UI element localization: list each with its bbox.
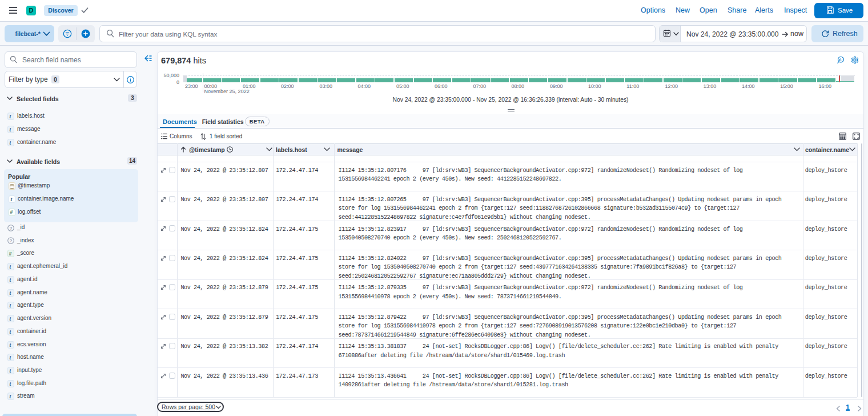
svg-text:?: ? [10,225,13,230]
svg-text:?: ? [10,238,13,243]
